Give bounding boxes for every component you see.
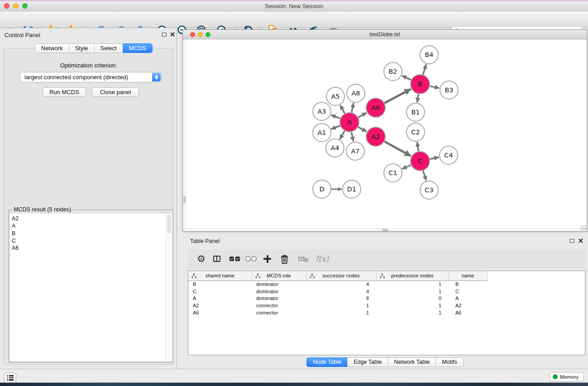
table-row[interactable]: A2connector11A2 (188, 302, 585, 309)
cell-name[interactable]: A (449, 295, 487, 302)
table-header-row[interactable]: shared nameMCDS rolesuccessor nodesprede… (188, 271, 585, 281)
cell-mcds-role[interactable]: dominator (252, 295, 306, 302)
edge-A-A2[interactable] (358, 127, 367, 132)
cell-successor-nodes[interactable]: 4 (306, 281, 376, 288)
cell-predecessor-nodes[interactable]: 1 (376, 288, 449, 295)
optimization-criterion-select[interactable]: largest connected component (directed) (20, 72, 162, 82)
result-item[interactable]: A2 (12, 215, 166, 222)
cell-name[interactable]: B (449, 281, 487, 288)
close-panel-icon[interactable] (170, 32, 175, 37)
column-header-shared-name[interactable]: shared name (188, 271, 252, 281)
tab-network-table[interactable]: Network Table (388, 357, 436, 367)
close-panel-icon[interactable] (578, 238, 583, 243)
cell-predecessor-nodes[interactable]: 1 (376, 309, 449, 316)
cell-mcds-role[interactable]: dominator (252, 288, 306, 295)
create-column-plus-icon[interactable] (263, 253, 271, 264)
table-row[interactable]: Bdominator41B (188, 281, 585, 288)
cell-successor-nodes[interactable]: 1 (306, 302, 376, 309)
edge-A-A7[interactable] (351, 132, 353, 142)
cell-name[interactable]: C (449, 288, 487, 295)
cell-successor-nodes[interactable]: 8 (306, 295, 376, 302)
function-builder-icon[interactable]: f(x) (316, 253, 329, 264)
edge-A-A8[interactable] (352, 103, 354, 112)
result-item[interactable]: A (12, 222, 166, 229)
run-mcds-button[interactable]: Run MCDS (43, 87, 86, 97)
tab-edge-table[interactable]: Edge Table (347, 357, 388, 367)
edge-A-A6[interactable] (358, 113, 367, 117)
edge-B-B3[interactable] (430, 86, 440, 88)
delete-column-trash-icon[interactable] (280, 253, 289, 264)
network-horizontal-scrollbar[interactable] (183, 228, 587, 231)
delete-table-icon[interactable] (298, 253, 309, 264)
tab-mcds[interactable]: MCDS (123, 43, 153, 53)
mcds-result-list[interactable]: A2ABCA6 (10, 214, 166, 361)
cell-shared-name[interactable]: A2 (188, 302, 252, 309)
resize-grip[interactable] (580, 225, 586, 231)
edge-A2-C[interactable] (384, 142, 411, 156)
show-column-icon[interactable] (213, 253, 220, 264)
network-vertical-scrollbar[interactable] (183, 39, 186, 231)
network-graph[interactable]: B4B2BB3A5A8A6A3B1AA1C2A2A4A7C4CC1C3DD1 (183, 39, 587, 228)
edge-A-A5[interactable] (340, 105, 345, 113)
edge-C-C4[interactable] (430, 157, 439, 159)
column-header-mcds-role[interactable]: MCDS role (252, 271, 306, 281)
edge-C-C3[interactable] (423, 171, 426, 181)
result-item[interactable]: B (12, 230, 166, 237)
attribute-table[interactable]: shared nameMCDS rolesuccessor nodesprede… (188, 271, 585, 316)
float-panel-icon[interactable] (570, 239, 574, 243)
memory-button[interactable]: Memory (550, 372, 584, 381)
scrollbar-thumb[interactable] (183, 196, 186, 203)
result-item[interactable]: A6 (12, 244, 166, 252)
edge-B-B4[interactable] (423, 64, 426, 75)
table-row[interactable]: Adominator80A (188, 295, 585, 302)
cell-mcds-role[interactable]: dominator (252, 281, 306, 288)
cell-predecessor-nodes[interactable]: 1 (376, 302, 449, 309)
tab-node-table[interactable]: Node Table (306, 357, 348, 367)
zoom-network-button[interactable] (206, 32, 210, 37)
tab-motifs[interactable]: Motifs (435, 357, 463, 367)
node-table[interactable]: shared nameMCDS rolesuccessor nodesprede… (188, 271, 585, 355)
cell-shared-name[interactable]: A (188, 295, 252, 302)
cell-successor-nodes[interactable]: 4 (306, 288, 376, 295)
network-canvas[interactable]: B4B2BB3A5A8A6A3B1AA1C2A2A4A7C4CC1C3DD1 (183, 39, 587, 231)
edge-B-B2[interactable] (402, 76, 411, 80)
edge-B-B1[interactable] (417, 94, 419, 103)
cell-name[interactable]: A2 (449, 302, 487, 309)
close-panel-button[interactable]: Close panel (92, 87, 139, 97)
zoom-window-button[interactable] (22, 3, 28, 9)
column-header-predecessor-nodes[interactable]: predecessor nodes (376, 271, 449, 281)
close-window-button[interactable] (4, 3, 10, 9)
minimize-network-button[interactable] (198, 32, 203, 37)
app-titlebar[interactable]: Session: New Session (0, 1, 588, 11)
tab-select[interactable]: Select (94, 43, 123, 53)
cell-shared-name[interactable]: C (188, 288, 252, 295)
edge-A-A4[interactable] (340, 131, 344, 139)
task-history-button[interactable] (4, 373, 16, 383)
cell-shared-name[interactable]: B (188, 281, 252, 288)
table-options-gear-icon[interactable]: ⚙ (197, 253, 206, 264)
edge-A6-B[interactable] (384, 89, 411, 103)
edge-C-C1[interactable] (402, 165, 411, 169)
cell-predecessor-nodes[interactable]: 1 (376, 281, 449, 288)
unselect-all-columns-icon[interactable] (246, 253, 258, 264)
float-panel-icon[interactable] (162, 33, 167, 37)
column-header-successor-nodes[interactable]: successor nodes (306, 271, 376, 281)
tab-style[interactable]: Style (69, 43, 95, 53)
result-item[interactable]: C (12, 237, 166, 244)
cell-predecessor-nodes[interactable]: 0 (376, 295, 449, 302)
close-network-button[interactable] (190, 32, 195, 37)
table-row[interactable]: A6connector11A6 (188, 309, 585, 316)
cell-mcds-role[interactable]: connector (252, 309, 306, 316)
network-window-titlebar[interactable]: testGlobe.txt (183, 30, 587, 39)
edge-C-C2[interactable] (417, 142, 418, 152)
edge-A-A3[interactable] (331, 115, 340, 119)
scrollbar-thumb[interactable] (382, 229, 388, 231)
cell-shared-name[interactable]: A6 (188, 309, 252, 316)
table-row[interactable]: Cdominator41C (188, 288, 585, 295)
cell-name[interactable]: A6 (449, 309, 487, 316)
cell-mcds-role[interactable]: connector (252, 302, 306, 309)
result-scrollbar[interactable] (166, 214, 172, 361)
cell-successor-nodes[interactable]: 1 (306, 309, 376, 316)
table-body[interactable]: Bdominator41BCdominator41CAdominator80AA… (188, 281, 585, 316)
select-all-columns-icon[interactable] (229, 253, 241, 264)
